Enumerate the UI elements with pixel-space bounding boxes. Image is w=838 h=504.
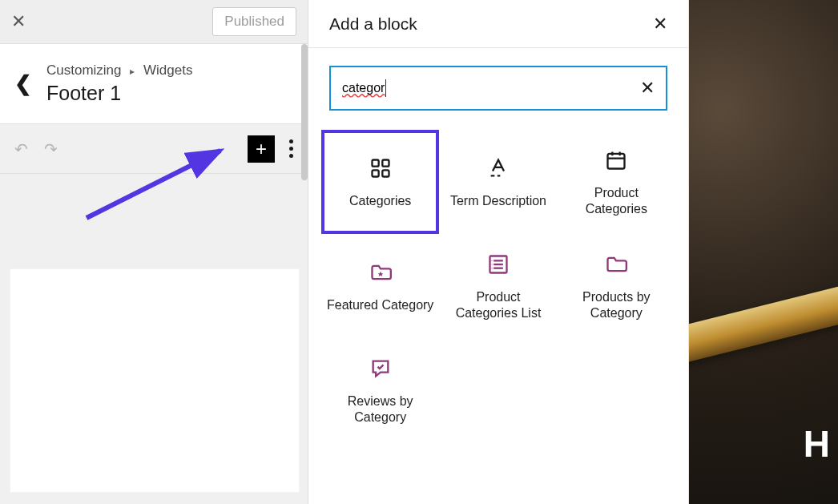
block-search-field[interactable]: categor ✕ <box>329 66 667 111</box>
customizer-header: ❮ Customizing ▸ Widgets Footer 1 <box>0 44 308 124</box>
page-title: Footer 1 <box>46 82 192 105</box>
block-label: Categories <box>349 193 411 209</box>
review-icon <box>369 355 392 382</box>
svg-point-16 <box>491 264 492 264</box>
clear-search-button[interactable]: ✕ <box>640 78 655 99</box>
svg-point-17 <box>491 268 492 268</box>
breadcrumb: Customizing ▸ Widgets <box>46 62 192 79</box>
more-menu-button[interactable] <box>289 139 293 158</box>
undo-button[interactable]: ↶ <box>14 139 28 159</box>
chevron-right-icon: ▸ <box>130 66 135 77</box>
preview-heading-fragment: H <box>804 422 830 466</box>
grid-icon <box>369 155 392 182</box>
block-categories[interactable]: Categories <box>321 130 439 234</box>
block-products-by-category[interactable]: Products by Category <box>558 234 675 338</box>
aunderline-icon <box>487 155 510 182</box>
svg-rect-1 <box>372 160 378 167</box>
block-grid: CategoriesTerm DescriptionProduct Catego… <box>308 119 688 454</box>
block-product-categories[interactable]: Product Categories <box>558 130 675 234</box>
folder-star-icon <box>369 259 392 286</box>
widget-placeholder[interactable] <box>10 268 300 493</box>
svg-rect-7 <box>608 154 625 169</box>
list-icon <box>487 251 510 278</box>
block-label: Products by Category <box>562 289 671 321</box>
customizer-topbar: ✕ Published <box>0 0 308 44</box>
search-input-text: categor <box>342 81 385 95</box>
breadcrumb-root: Customizing <box>46 62 122 78</box>
close-panel-button[interactable]: ✕ <box>653 14 667 34</box>
block-label: Featured Category <box>327 297 433 313</box>
block-label: Term Description <box>450 193 546 209</box>
block-label: Reviews by Category <box>326 393 434 425</box>
add-block-button[interactable]: + <box>248 135 275 163</box>
close-customizer-button[interactable]: ✕ <box>11 11 26 32</box>
block-term-description[interactable]: Term Description <box>439 130 557 234</box>
add-block-panel: Add a block ✕ categor ✕ CategoriesTerm D… <box>308 0 689 504</box>
panel-title: Add a block <box>329 14 417 34</box>
plus-icon: + <box>256 138 267 160</box>
svg-rect-2 <box>382 160 389 167</box>
text-caret <box>385 79 386 97</box>
svg-rect-3 <box>372 170 378 176</box>
publish-button[interactable]: Published <box>212 7 296 36</box>
svg-rect-4 <box>382 170 389 176</box>
back-button[interactable]: ❮ <box>14 71 32 96</box>
redo-button[interactable]: ↷ <box>44 139 58 159</box>
block-label: Product Categories <box>562 185 671 217</box>
breadcrumb-leaf: Widgets <box>143 62 192 78</box>
block-reviews-by-category[interactable]: Reviews by Category <box>321 338 439 442</box>
block-featured-category[interactable]: Featured Category <box>321 234 439 338</box>
widget-toolbar: ↶ ↷ + <box>0 124 308 174</box>
customizer-sidebar: ✕ Published ❮ Customizing ▸ Widgets Foot… <box>0 0 308 504</box>
site-preview: H <box>689 0 838 504</box>
block-product-cat-list[interactable]: Product Categories List <box>439 234 557 338</box>
folder-icon <box>605 251 627 278</box>
block-label: Product Categories List <box>444 289 552 321</box>
scrollbar[interactable] <box>301 44 308 180</box>
calendar-icon <box>605 147 627 174</box>
svg-point-15 <box>491 260 492 261</box>
